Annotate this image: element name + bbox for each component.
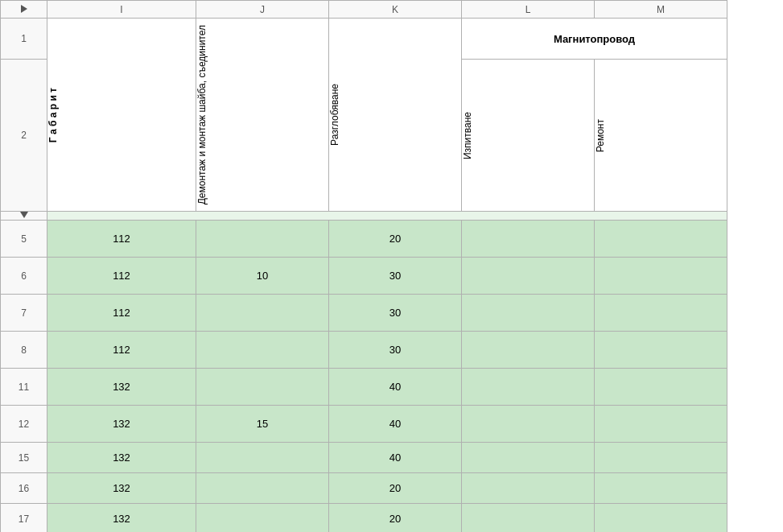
cell-j11[interactable] bbox=[196, 369, 329, 406]
cell-k5[interactable]: 20 bbox=[329, 221, 462, 258]
cell-i7[interactable]: 112 bbox=[47, 295, 196, 332]
col-l-header[interactable]: L bbox=[462, 1, 595, 19]
cell-m11[interactable] bbox=[595, 369, 727, 406]
table-row: 15 132 40 bbox=[1, 443, 727, 473]
cell-j7[interactable] bbox=[196, 295, 329, 332]
rownum-11: 11 bbox=[1, 369, 47, 406]
table-row: 12 132 15 40 bbox=[1, 406, 727, 443]
cell-m12[interactable] bbox=[595, 406, 727, 443]
cell-j8[interactable] bbox=[196, 332, 329, 369]
cell-i15[interactable]: 132 bbox=[47, 443, 196, 473]
cell-k17[interactable]: 20 bbox=[329, 504, 462, 532]
cell-m17[interactable] bbox=[595, 504, 727, 532]
cell-l12[interactable] bbox=[462, 406, 595, 443]
cell-m15[interactable] bbox=[595, 443, 727, 473]
razglobyavane-header: Разглобяване bbox=[329, 19, 462, 212]
cell-i11[interactable]: 132 bbox=[47, 369, 196, 406]
cell-l16[interactable] bbox=[462, 473, 595, 504]
rownum-15: 15 bbox=[1, 443, 47, 473]
cell-k16[interactable]: 20 bbox=[329, 473, 462, 504]
table-row: 7 112 30 bbox=[1, 295, 727, 332]
remont-header: Ремонт bbox=[595, 60, 727, 212]
spreadsheet: I J K L M 1 Г а б а р и т Демонтаж и мон… bbox=[0, 0, 783, 532]
cell-j12[interactable]: 15 bbox=[196, 406, 329, 443]
cell-l15[interactable] bbox=[462, 443, 595, 473]
cell-l5[interactable] bbox=[462, 221, 595, 258]
rownum-2: 2 bbox=[1, 60, 47, 212]
cell-m8[interactable] bbox=[595, 332, 727, 369]
col-letters-row: I J K L M bbox=[1, 1, 727, 19]
cell-l6[interactable] bbox=[462, 258, 595, 295]
cell-l17[interactable] bbox=[462, 504, 595, 532]
table-row: 17 132 20 bbox=[1, 504, 727, 532]
col-j-header[interactable]: J bbox=[196, 1, 329, 19]
cell-j5[interactable] bbox=[196, 221, 329, 258]
table-row: 11 132 40 bbox=[1, 369, 727, 406]
cell-k7[interactable]: 30 bbox=[329, 295, 462, 332]
rownum-6: 6 bbox=[1, 258, 47, 295]
cell-j15[interactable] bbox=[196, 443, 329, 473]
cell-m6[interactable] bbox=[595, 258, 727, 295]
corner-cell bbox=[1, 1, 47, 19]
cell-i16[interactable]: 132 bbox=[47, 473, 196, 504]
cell-i12[interactable]: 132 bbox=[47, 406, 196, 443]
demontaj-header: Демонтаж и монтаж шайба, съединител bbox=[196, 19, 329, 212]
col-i-header[interactable]: I bbox=[47, 1, 196, 19]
spreadsheet-table: I J K L M 1 Г а б а р и т Демонтаж и мон… bbox=[0, 0, 727, 532]
cell-k6[interactable]: 30 bbox=[329, 258, 462, 295]
collapsed-rownum bbox=[1, 212, 47, 221]
col-m-header[interactable]: M bbox=[595, 1, 727, 19]
rownum-16: 16 bbox=[1, 473, 47, 504]
magnitoprovod-header: Магнитопровод bbox=[462, 19, 727, 60]
table-row: 16 132 20 bbox=[1, 473, 727, 504]
cell-i6[interactable]: 112 bbox=[47, 258, 196, 295]
rownum-17: 17 bbox=[1, 504, 47, 532]
cell-j6[interactable]: 10 bbox=[196, 258, 329, 295]
cell-m5[interactable] bbox=[595, 221, 727, 258]
col-k-header[interactable]: K bbox=[329, 1, 462, 19]
gabarit-header: Г а б а р и т bbox=[47, 19, 196, 212]
cell-k15[interactable]: 40 bbox=[329, 443, 462, 473]
cell-j16[interactable] bbox=[196, 473, 329, 504]
rownum-5: 5 bbox=[1, 221, 47, 258]
izpitvane-header: Изпитване bbox=[462, 60, 595, 212]
cell-k12[interactable]: 40 bbox=[329, 406, 462, 443]
header-row-1: 1 Г а б а р и т Демонтаж и монтаж шайба,… bbox=[1, 19, 727, 60]
collapsed-indicator-cell bbox=[47, 212, 727, 221]
rownum-12: 12 bbox=[1, 406, 47, 443]
cell-m7[interactable] bbox=[595, 295, 727, 332]
cell-i8[interactable]: 112 bbox=[47, 332, 196, 369]
cell-i17[interactable]: 132 bbox=[47, 504, 196, 532]
table-row: 8 112 30 bbox=[1, 332, 727, 369]
cell-i5[interactable]: 112 bbox=[47, 221, 196, 258]
rownum-8: 8 bbox=[1, 332, 47, 369]
cell-k11[interactable]: 40 bbox=[329, 369, 462, 406]
rownum-1: 1 bbox=[1, 19, 47, 60]
cell-k8[interactable]: 30 bbox=[329, 332, 462, 369]
rownum-7: 7 bbox=[1, 295, 47, 332]
cell-j17[interactable] bbox=[196, 504, 329, 532]
table-row: 6 112 10 30 bbox=[1, 258, 727, 295]
collapsed-rows-indicator bbox=[1, 212, 727, 221]
table-row: 5 112 20 bbox=[1, 221, 727, 258]
cell-l7[interactable] bbox=[462, 295, 595, 332]
cell-l11[interactable] bbox=[462, 369, 595, 406]
cell-l8[interactable] bbox=[462, 332, 595, 369]
cell-m16[interactable] bbox=[595, 473, 727, 504]
